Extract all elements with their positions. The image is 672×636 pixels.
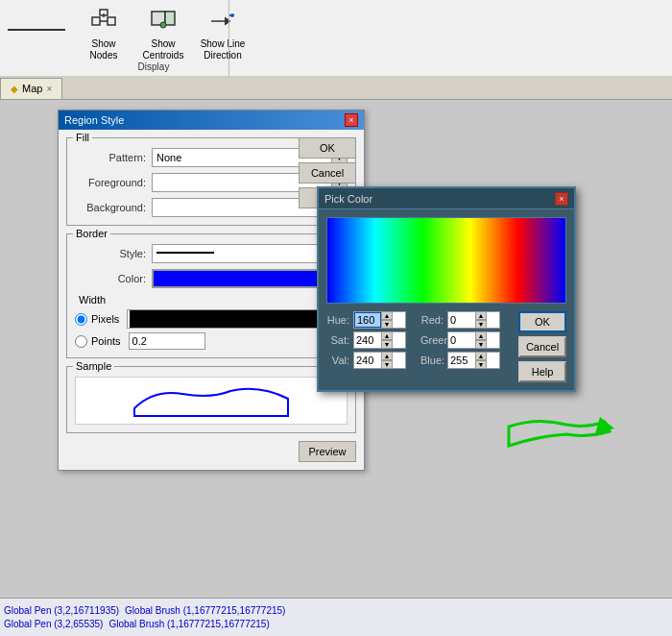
map-tab[interactable]: ◆ Map × [0,78,62,99]
sat-label: Sat: [326,334,353,346]
style-row: Style: ▼ [75,244,348,263]
red-spinner[interactable]: ▲ ▼ [475,311,487,329]
blue-up[interactable]: ▲ [475,352,487,360]
toolbar-divider [228,0,229,76]
main-canvas: Region Style × Fill Pattern: None ▼ [0,100,672,636]
cancel-button[interactable]: Cancel [299,162,356,183]
green-label: Green: [420,334,447,346]
points-radio[interactable] [75,335,87,348]
toolbar-line-decoration [8,29,65,31]
status-row-2: Global Pen (3,2,65535) Global Brush (1,1… [4,618,668,631]
sat-up[interactable]: ▲ [381,331,393,340]
green-row: Green: ▲ ▼ [420,331,509,349]
sample-section: Sample [66,366,356,433]
display-section-label: Display [67,61,240,72]
pick-color-help-button[interactable]: Help [518,361,566,382]
style-label: Style: [75,248,152,259]
red-input-wrap: ▲ ▼ [447,311,500,329]
pixels-line [130,310,329,328]
hue-input-wrap: ▲ ▼ [353,311,406,329]
pick-color-titlebar: Pick Color × [319,188,574,209]
centroids-icon [148,6,179,37]
red-row: Red: ▲ ▼ [420,311,509,329]
sat-input-wrap: ▲ ▼ [353,331,406,349]
status-item-4: Global Brush (1,16777215,16777215) [108,618,269,631]
show-line-direction-label: Show Line Direction [196,38,250,61]
hue-label: Hue: [326,314,353,326]
tab-close-button[interactable]: × [46,84,52,94]
hue-up[interactable]: ▲ [381,311,393,320]
color-label: Color: [75,273,152,284]
pixels-radio[interactable] [75,313,87,326]
toolbar-item-show-nodes[interactable]: Show Nodes [75,4,132,63]
svg-marker-6 [165,12,175,25]
sat-spinner[interactable]: ▲ ▼ [381,331,393,349]
width-label: Width [79,294,348,306]
preview-row: Preview [66,441,356,462]
red-input[interactable] [448,313,475,327]
color-swatch [153,270,331,287]
val-input-wrap: ▲ ▼ [353,352,406,369]
status-bar: Global Pen (3,2,16711935) Global Brush (… [0,598,672,636]
svg-rect-0 [92,17,100,25]
green-up[interactable]: ▲ [475,331,487,340]
preview-button[interactable]: Preview [299,441,356,462]
status-row-1: Global Pen (3,2,16711935) Global Brush (… [4,604,668,618]
svg-rect-2 [108,17,115,25]
blue-down[interactable]: ▼ [475,360,487,369]
blue-spinner[interactable]: ▲ ▼ [475,352,487,369]
tab-bar: ◆ Map × [0,77,672,100]
sample-label: Sample [73,360,114,372]
border-section-label: Border [73,228,110,239]
toolbar-items: Show Nodes Show Centroids S [75,4,252,63]
sample-canvas [75,377,348,425]
status-item-2: Global Brush (1,16777215,16777215) [125,604,285,618]
ok-button[interactable]: OK [299,137,356,159]
hue-input[interactable] [354,312,381,328]
pixels-combo[interactable]: ▼ [127,309,348,329]
val-input[interactable] [354,354,381,367]
val-row: Val: ▲ ▼ [326,352,415,369]
color-gradient-display[interactable] [326,217,566,304]
points-value-input[interactable] [129,332,205,350]
blue-row: Blue: ▲ ▼ [420,352,509,369]
green-input[interactable] [448,333,475,347]
background-label: Background: [75,202,152,213]
style-value [153,245,331,262]
sat-input[interactable] [354,333,381,347]
nodes-icon [88,6,119,37]
red-up[interactable]: ▲ [475,311,487,320]
blue-input[interactable] [448,354,475,367]
blue-label: Blue: [420,355,447,366]
pick-color-content: Hue: ▲ ▼ Sat: [319,209,574,390]
red-down[interactable]: ▼ [475,320,487,329]
pick-color-title: Pick Color [324,193,372,205]
status-item-1: Global Pen (3,2,16711935) [4,604,119,618]
hsv-fields: Hue: ▲ ▼ Sat: [326,311,415,382]
hue-spinner[interactable]: ▲ ▼ [381,311,393,329]
val-down[interactable]: ▼ [381,360,393,369]
toolbar-item-show-line-direction[interactable]: Show Line Direction [194,4,252,63]
green-down[interactable]: ▼ [475,340,487,349]
pick-color-cancel-button[interactable]: Cancel [518,336,566,357]
fill-section-label: Fill [73,132,92,143]
toolbar-item-show-centroids[interactable]: Show Centroids [134,4,192,63]
green-spinner[interactable]: ▲ ▼ [475,331,487,349]
val-label: Val: [326,355,353,366]
pick-color-dialog: Pick Color × Hue: ▲ ▼ [317,186,576,392]
val-up[interactable]: ▲ [381,352,393,360]
pattern-label: Pattern: [75,152,152,163]
pick-color-close-button[interactable]: × [555,192,568,206]
val-spinner[interactable]: ▲ ▼ [381,352,393,369]
green-input-wrap: ▲ ▼ [447,331,500,349]
tab-label: Map [22,83,42,94]
sat-row: Sat: ▲ ▼ [326,331,415,349]
pixels-row: Pixels ▼ [75,309,348,329]
region-style-close-button[interactable]: × [345,113,358,127]
sat-down[interactable]: ▼ [381,340,393,349]
green-shape-decoration [499,407,614,467]
direction-icon [207,6,238,37]
status-item-3: Global Pen (3,2,65535) [4,618,103,631]
hue-down[interactable]: ▼ [381,320,393,329]
pick-color-ok-button[interactable]: OK [518,311,566,332]
